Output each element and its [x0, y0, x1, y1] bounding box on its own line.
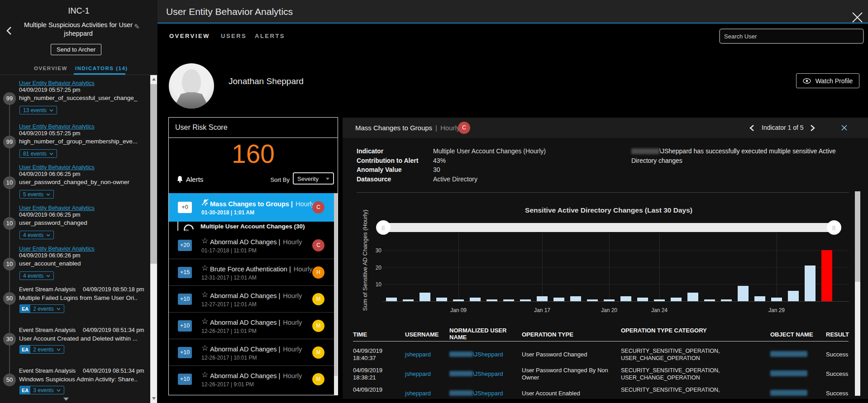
- indicator-name: high_number_of_successful_user_change_..…: [19, 95, 138, 101]
- back-chevron-icon[interactable]: [5, 26, 13, 35]
- chevron-down-icon: [57, 389, 61, 392]
- cell-object-name[interactable]: [770, 370, 807, 378]
- cell-time: 18:38:21: [353, 374, 376, 381]
- column-header: OPERATION TYPE: [522, 331, 618, 338]
- cell-username-link[interactable]: jsheppard: [405, 370, 431, 378]
- events-count-button[interactable]: 4 events: [19, 231, 54, 239]
- indicator-source-link[interactable]: User Entity Behavior Analytics: [19, 246, 95, 252]
- table-row[interactable]: 04/09/2019jsheppard\JSheppardUser Accoun…: [343, 384, 854, 399]
- close-icon[interactable]: [852, 12, 863, 23]
- alert-row[interactable]: +10☆Abnormal AD Changes |Hourly12-27-201…: [169, 285, 338, 312]
- severity-badge: M: [312, 320, 324, 332]
- indicator-score-badge: 10: [3, 176, 16, 189]
- star-icon[interactable]: ☆: [201, 344, 208, 352]
- scrollbar-up-icon[interactable]: [152, 78, 156, 81]
- tab-overview[interactable]: OVERVIEW: [169, 33, 210, 39]
- alert-row[interactable]: +10☆Abnormal AD Changes |Hourly12-26-201…: [169, 365, 338, 392]
- star-icon[interactable]: ☆: [201, 237, 208, 245]
- alert-list: +0Mass Changes to Groups |Hourly01-30-20…: [169, 193, 338, 395]
- x-tick-label: Jan 09: [443, 307, 474, 313]
- detail-severity-badge: C: [458, 122, 470, 134]
- more-items-arrow-icon[interactable]: [63, 398, 69, 401]
- table-row[interactable]: 04/09/201918:38:21jsheppard\JSheppardUse…: [343, 364, 854, 384]
- events-count-button[interactable]: 81 events: [19, 149, 57, 158]
- detail-scrollbar-thumb[interactable]: [855, 191, 860, 282]
- risk-panel-header: User Risk Score: [169, 118, 338, 138]
- incident-sidebar: INC-1 Multiple Suspicious Activities for…: [0, 0, 157, 403]
- slider-handle-left[interactable]: ||: [376, 220, 391, 235]
- cell-operation-category: SECURITY_SENSITIVE_OPERATION,: [621, 367, 720, 374]
- prev-indicator-icon[interactable]: [749, 125, 754, 131]
- x-tick-label: Jan 29: [761, 307, 792, 313]
- detail-close-icon[interactable]: [841, 125, 847, 131]
- next-indicator-icon[interactable]: [810, 125, 815, 131]
- slider-handle-right[interactable]: ||: [827, 220, 841, 235]
- tab-indicators[interactable]: INDICATORS (14): [75, 66, 128, 71]
- indicator-score-badge: 50: [3, 374, 16, 386]
- y-tick-label: 10: [361, 281, 382, 288]
- tab-alerts[interactable]: ALERTS: [255, 33, 285, 39]
- tab-overview-incident[interactable]: OVERVIEW: [34, 66, 67, 71]
- search-user-input[interactable]: [719, 28, 864, 44]
- cell-username-link[interactable]: jsheppard: [405, 390, 431, 397]
- events-count-button[interactable]: EA2 events: [19, 304, 64, 313]
- chevron-down-icon: [57, 348, 61, 351]
- alert-sub-indicator[interactable]: 43%Multiple User Account Changes (30): [169, 222, 338, 232]
- alerts-header-row: Alerts Sort By Severity: [169, 172, 338, 193]
- y-tick-label: 20: [361, 265, 382, 271]
- table-row[interactable]: 04/09/201918:40:37jsheppard\JSheppardUse…: [343, 345, 854, 364]
- alert-row[interactable]: +20☆Abnormal AD Changes |Hourly01-17-201…: [169, 232, 338, 259]
- x-tick-label: Jan 17: [526, 307, 558, 313]
- user-risk-score-panel: User Risk Score 160 Alerts Sort By Sever…: [168, 117, 338, 395]
- indicator-source-link[interactable]: User Entity Behavior Analytics: [19, 164, 95, 171]
- indicator-source-link[interactable]: User Entity Behavior Analytics: [19, 205, 95, 211]
- watch-profile-button[interactable]: Watch Profile: [796, 73, 859, 88]
- events-count-button[interactable]: EA2 events: [19, 345, 64, 354]
- sort-dropdown[interactable]: Severity: [293, 172, 334, 185]
- indicator-name: user_password_changed_by_non-owner: [19, 179, 138, 185]
- cell-object-name[interactable]: [770, 351, 807, 359]
- indicator-source: Event Stream Analysis: [19, 286, 76, 293]
- alert-title: Mass Changes to Groups |Hourly: [210, 200, 315, 208]
- incident-title: Multiple Suspicious Activities for User …: [18, 21, 138, 38]
- scrollbar-down-icon[interactable]: [152, 397, 156, 400]
- alert-title: Abnormal AD Changes |Hourly: [210, 238, 302, 246]
- cell-object-name[interactable]: [770, 390, 807, 398]
- indicator-datetime: 04/09/2019 06:06:25 pm: [19, 212, 81, 218]
- sidebar-scrollbar-thumb[interactable]: [150, 84, 157, 264]
- alert-row[interactable]: +10☆Abnormal AD Changes |Hourly12-26-201…: [169, 312, 338, 339]
- indicator-source: Event Stream Analysis: [19, 327, 76, 333]
- events-count-button[interactable]: 5 events: [19, 190, 54, 199]
- indicator-description-line2: Directory changes: [631, 157, 682, 164]
- alert-delta-badge: +10: [178, 320, 192, 332]
- send-to-archer-button[interactable]: Send to Archer: [51, 44, 101, 55]
- indicator-source-link[interactable]: User Entity Behavior Analytics: [19, 80, 95, 86]
- indicator-pagination: Indicator 1 of 5: [762, 124, 804, 131]
- bar: [754, 296, 765, 301]
- alert-row[interactable]: +10☆Abnormal AD Changes |Hourly12-26-201…: [169, 339, 338, 365]
- events-count-button[interactable]: 4 events: [19, 271, 54, 280]
- alert-title: Brute Force Authentication |Hourly: [210, 266, 313, 273]
- profile-name: Jonathan Sheppard: [229, 76, 304, 86]
- alert-row[interactable]: +15☆Brute Force Authentication |Hourly12…: [169, 259, 338, 285]
- edit-pencil-icon[interactable]: ✎: [134, 23, 140, 31]
- x-tick-label: Jan 20: [593, 307, 625, 313]
- star-icon[interactable]: ☆: [201, 371, 208, 379]
- tab-users[interactable]: USERS: [221, 33, 247, 39]
- star-icon[interactable]: ☆: [201, 318, 208, 325]
- bar: [637, 298, 648, 301]
- indicator-detail-panel: Mass Changes to Groups|Hourly C Indicato…: [343, 118, 868, 399]
- events-count-button[interactable]: 13 events: [19, 106, 57, 114]
- alert-scrollbar-thumb[interactable]: [334, 193, 338, 376]
- events-count-button[interactable]: EA3 events: [19, 386, 64, 394]
- time-range-slider-track[interactable]: [382, 223, 834, 232]
- star-icon[interactable]: ☆: [201, 291, 208, 299]
- cell-operation-type: User Password Changed By Non Owner: [522, 367, 619, 381]
- alert-delta-badge: +10: [178, 294, 192, 305]
- alert-row[interactable]: +0Mass Changes to Groups |Hourly01-30-20…: [169, 193, 338, 222]
- star-icon[interactable]: ☆: [201, 264, 208, 272]
- indicator-score-badge: 50: [3, 292, 16, 305]
- bell-off-icon: [201, 199, 210, 207]
- cell-username-link[interactable]: jsheppard: [405, 351, 431, 358]
- indicator-source-link[interactable]: User Entity Behavior Analytics: [19, 123, 95, 130]
